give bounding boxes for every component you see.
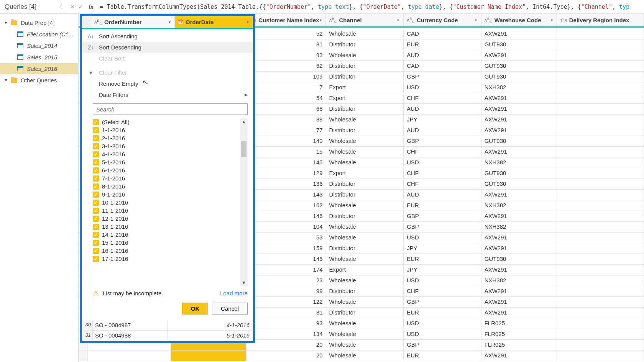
cell-warehouse: GUT930: [481, 39, 557, 50]
checkbox-icon[interactable]: ✓: [93, 240, 99, 246]
formula-text[interactable]: = Table.TransformColumnTypes(Sales_2014_…: [100, 3, 629, 10]
dropdown-icon[interactable]: ▾: [395, 17, 402, 24]
cell-warehouse: AXW291: [481, 297, 557, 307]
cell-customer-index: 159: [246, 243, 326, 254]
cancel-button[interactable]: Cancel: [212, 303, 248, 314]
checkbox-icon[interactable]: ✓: [93, 256, 99, 262]
corner-icon: [82, 16, 91, 28]
col-delivery-region[interactable]: 123Delivery Region Index: [557, 14, 644, 26]
table-row[interactable]: 20WholesaleEURAXW291: [79, 351, 644, 361]
expand-icon[interactable]: ▼: [4, 78, 8, 82]
cell-customer-index: 31: [246, 308, 326, 318]
checkbox-icon[interactable]: ✓: [93, 216, 99, 222]
sort-descending[interactable]: Z↓Sort Descending ↖: [82, 42, 253, 53]
cell-customer-index: 62: [246, 61, 326, 71]
folder-other-queries[interactable]: ▼ Other Queries: [0, 74, 78, 86]
cell-customer-index: 109: [246, 72, 326, 82]
cell-delivery-region: [557, 157, 644, 168]
checkbox-icon[interactable]: ✓: [93, 119, 99, 125]
dropdown-icon[interactable]: ▾: [317, 17, 324, 24]
dropdown-icon[interactable]: ▾: [166, 19, 173, 26]
filter-value-item[interactable]: ✓(Select All): [93, 118, 239, 126]
filter-value-item[interactable]: ✓1-1-2016: [93, 126, 239, 134]
type-date-icon: 📅: [178, 20, 183, 25]
filter-value-item[interactable]: ✓13-1-2016: [93, 223, 239, 231]
cell-customer-index: 143: [246, 190, 326, 200]
expand-icon[interactable]: ▼: [4, 20, 8, 25]
col-orderdate-active[interactable]: 📅OrderDate▾: [175, 16, 253, 28]
checkbox-icon[interactable]: ✓: [93, 159, 99, 165]
col-channel[interactable]: ABCChannel▾: [326, 14, 404, 26]
remove-empty[interactable]: Remove Empty: [82, 78, 253, 89]
filter-value-item[interactable]: ✓2-1-2016: [93, 134, 239, 142]
folder-data-prep[interactable]: ▼ Data Prep [4]: [0, 17, 78, 28]
checkbox-icon[interactable]: ✓: [93, 183, 99, 190]
filter-value-item[interactable]: ✓10-1-2016: [93, 198, 239, 206]
checkbox-icon[interactable]: ✓: [93, 175, 99, 182]
dropdown-icon[interactable]: ▾: [548, 17, 555, 24]
filter-value-item[interactable]: ✓7-1-2016: [93, 174, 239, 182]
load-more-link[interactable]: Load more: [220, 290, 248, 296]
query-filelocation[interactable]: FileLocation (C:\...: [0, 28, 78, 40]
col-warehouse[interactable]: ABCWarehouse Code▾: [481, 14, 557, 26]
scroll-thumb[interactable]: [241, 141, 246, 157]
checkbox-icon[interactable]: ✓: [93, 143, 99, 149]
filter-value-item[interactable]: ✓11-1-2016: [93, 206, 239, 215]
checkbox-icon[interactable]: ✓: [93, 127, 99, 133]
type-text-icon: ABC: [407, 17, 414, 24]
filter-value-item[interactable]: ✓5-1-2016: [93, 158, 239, 166]
filter-value-item[interactable]: ✓15-1-2016: [93, 239, 239, 247]
cell-channel: Distributor: [326, 125, 404, 136]
checkbox-icon[interactable]: ✓: [93, 248, 99, 254]
search-input[interactable]: [93, 103, 248, 115]
col-ordernumber[interactable]: ABCOrderNumber▾: [91, 16, 175, 28]
sort-ascending[interactable]: A↓Sort Ascending: [82, 31, 253, 42]
filter-value-item[interactable]: ✓16-1-2016: [93, 247, 239, 255]
cancel-formula-icon[interactable]: ✕: [70, 3, 75, 10]
cell-delivery-region: [557, 243, 644, 254]
cell-currency: USD: [404, 275, 481, 286]
filter-value-label: 4-1-2016: [102, 151, 125, 157]
cell-currency: AUD: [404, 190, 481, 200]
cell-channel: Distributor: [326, 72, 404, 82]
dropdown-icon[interactable]: ▾: [244, 19, 251, 26]
query-sales-2015[interactable]: Sales_2015: [0, 51, 78, 63]
col-currency[interactable]: ABCCurrency Code▾: [404, 14, 481, 26]
checkbox-icon[interactable]: ✓: [93, 208, 99, 214]
cell-customer-index: 99: [246, 286, 326, 296]
date-filters[interactable]: Date Filters▶: [82, 89, 253, 100]
accept-formula-icon[interactable]: ✓: [78, 3, 83, 10]
cell-delivery-region: [557, 351, 644, 361]
filter-value-item[interactable]: ✓9-1-2016: [93, 190, 239, 198]
dropdown-icon[interactable]: ▾: [473, 17, 480, 24]
checkbox-icon[interactable]: ✓: [93, 232, 99, 238]
filter-scrollbar[interactable]: ▲ ▼: [240, 118, 248, 287]
query-sales-2016[interactable]: Sales_2016: [0, 63, 78, 74]
checkbox-icon[interactable]: ✓: [93, 167, 99, 174]
checkbox-icon[interactable]: ✓: [93, 192, 99, 198]
collapse-sidebar-icon[interactable]: 〈: [57, 3, 62, 10]
checkbox-icon[interactable]: ✓: [93, 151, 99, 157]
filter-value-item[interactable]: ✓12-1-2016: [93, 215, 239, 223]
filter-value-item[interactable]: ✓14-1-2016: [93, 231, 239, 239]
filter-warning: ⚠ List may be incomplete. Load more: [82, 287, 253, 300]
filter-value-item[interactable]: ✓3-1-2016: [93, 142, 239, 150]
filter-value-item[interactable]: ✓8-1-2016: [93, 182, 239, 190]
clear-filter: ▼Clear Filter: [82, 67, 253, 78]
filter-value-item[interactable]: ✓6-1-2016: [93, 166, 239, 174]
filter-value-item[interactable]: ✓4-1-2016: [93, 150, 239, 158]
cell-orderdate: 4-1-2016: [168, 320, 253, 330]
cell-channel: Distributor: [326, 179, 404, 189]
scroll-down-icon[interactable]: ▼: [242, 279, 246, 287]
checkbox-icon[interactable]: ✓: [93, 200, 99, 206]
scroll-up-icon[interactable]: ▲: [242, 118, 246, 126]
checkbox-icon[interactable]: ✓: [93, 224, 99, 230]
query-sales-2014[interactable]: Sales_2014: [0, 40, 78, 51]
checkbox-icon[interactable]: ✓: [93, 135, 99, 141]
cell-customer-index: 77: [246, 125, 326, 136]
col-customer-index[interactable]: 123Customer Name Index▾: [246, 14, 326, 26]
filter-value-item[interactable]: ✓17-1-2016: [93, 255, 239, 263]
ok-button[interactable]: OK: [182, 303, 209, 314]
cell-currency: GBP: [404, 222, 481, 232]
cell-currency: EUR: [404, 254, 481, 264]
